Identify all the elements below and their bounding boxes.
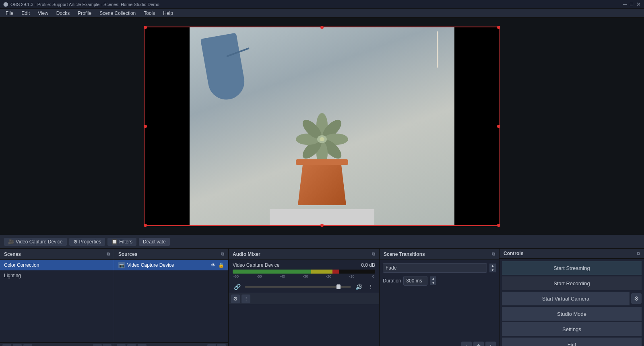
menu-help[interactable]: Help — [159, 10, 177, 17]
transitions-type-down[interactable]: ▼ — [489, 268, 496, 272]
title-text: ⬤ OBS 29.1.3 - Profile: Support Article … — [3, 2, 159, 7]
duration-up[interactable]: ▲ — [430, 276, 436, 281]
handle-bottom-center[interactable] — [320, 224, 324, 227]
filters-button[interactable]: 🔲 Filters — [107, 238, 136, 246]
plant-container — [286, 107, 358, 209]
sources-add-button[interactable]: + — [117, 344, 126, 346]
transitions-body: Fade Cut Swipe Slide ▲ ▼ Duration ▲ ▼ — [380, 260, 499, 289]
menu-edit[interactable]: Edit — [17, 10, 34, 17]
audio-track-1-db: 0.0 dB — [361, 262, 375, 268]
transitions-delete-button[interactable]: 🗑 — [473, 342, 484, 346]
scenes-list: Color Correction Lighting — [0, 260, 114, 342]
settings-button[interactable]: Settings — [502, 322, 642, 336]
controls-maximize-icon[interactable]: ⧉ — [637, 251, 640, 256]
transitions-more-button[interactable]: ⋮ — [485, 342, 496, 346]
scenes-delete-button[interactable]: 🗑 — [13, 344, 22, 346]
meter-labels: -60-50-40-30-20-100 — [233, 274, 375, 278]
scenes-add-button[interactable]: + — [2, 344, 11, 346]
handle-top-left[interactable] — [144, 26, 147, 29]
transitions-type-select[interactable]: Fade Cut Swipe Slide — [383, 263, 487, 273]
handle-bottom-right[interactable] — [497, 224, 500, 227]
source-lock-icon[interactable]: 🔒 — [218, 262, 224, 268]
transitions-add-button[interactable]: + — [461, 342, 472, 346]
transitions-panel-header: Scene Transitions ⧉ — [380, 249, 499, 260]
scenes-up-button[interactable]: ▲ — [93, 344, 102, 346]
scene-item-color-correction[interactable]: Color Correction — [0, 260, 114, 270]
audio-meter-1-fill — [233, 270, 375, 274]
transitions-panel: Scene Transitions ⧉ Fade Cut Swipe Slide… — [380, 249, 500, 346]
meter-yellow-section — [311, 270, 332, 274]
source-camera-icon: 📷 — [118, 262, 125, 268]
menu-tools[interactable]: Tools — [140, 10, 159, 17]
exit-button[interactable]: Exit — [502, 338, 642, 346]
sources-delete-button[interactable]: 🗑 — [127, 344, 136, 346]
menu-scene-collection[interactable]: Scene Collection — [95, 10, 140, 17]
menu-file[interactable]: File — [2, 10, 17, 17]
audio-mute-icon[interactable]: 🔊 — [354, 282, 363, 291]
audio-track-1: Video Capture Device 0.0 dB -60-50-40-30… — [229, 260, 379, 281]
duration-label: Duration — [383, 278, 401, 284]
scenes-panel: Scenes ⧉ Color Correction Lighting + 🗑 ⚙… — [0, 249, 114, 346]
handle-top-right[interactable] — [497, 26, 500, 29]
toolbar: 🎥 Video Capture Device ⚙ Properties 🔲 Fi… — [0, 235, 644, 249]
shelf — [270, 209, 374, 225]
duration-arrows[interactable]: ▲ ▼ — [430, 276, 436, 285]
controls-body: Start Streaming Start Recording Start Vi… — [500, 259, 644, 346]
sources-down-button[interactable]: ▼ — [217, 344, 226, 346]
audio-controls-1: 🔗 🔊 ⋮ — [229, 281, 379, 293]
start-recording-button[interactable]: Start Recording — [502, 276, 642, 290]
preview-canvas[interactable] — [144, 27, 500, 226]
obs-icon: ⬤ — [3, 2, 8, 7]
studio-mode-button[interactable]: Studio Mode — [502, 307, 642, 321]
window-controls[interactable]: ─ □ ✕ — [623, 1, 641, 7]
audio-maximize-icon[interactable]: ⧉ — [372, 251, 375, 257]
controls-panel: Controls ⧉ Start Streaming Start Recordi… — [500, 249, 644, 346]
audio-volume-slider[interactable] — [245, 286, 351, 288]
handle-middle-right[interactable] — [497, 125, 500, 128]
deactivate-button[interactable]: Deactivate — [139, 238, 170, 246]
transitions-type-arrows[interactable]: ▲ ▼ — [489, 264, 496, 272]
transitions-title: Scene Transitions — [384, 251, 425, 257]
meter-green-section — [233, 270, 311, 274]
sources-up-button[interactable]: ▲ — [207, 344, 216, 346]
scenes-maximize-icon[interactable]: ⧉ — [107, 251, 110, 257]
scenes-panel-header: Scenes ⧉ — [0, 249, 114, 260]
scenes-settings-button[interactable]: ⚙ — [23, 344, 32, 346]
sources-settings-button[interactable]: ⚙ — [138, 344, 147, 346]
title-bar: ⬤ OBS 29.1.3 - Profile: Support Article … — [0, 0, 644, 9]
menu-view[interactable]: View — [34, 10, 52, 17]
source-visibility-icon[interactable]: 👁 — [211, 262, 216, 268]
audio-footer: ⚙ ⋮ — [229, 293, 379, 304]
duration-input[interactable] — [403, 276, 427, 286]
sources-panel-header: Sources ⧉ — [114, 249, 228, 260]
handle-bottom-left[interactable] — [144, 224, 147, 227]
properties-button[interactable]: ⚙ Properties — [69, 238, 105, 246]
start-virtual-camera-button[interactable]: Start Virtual Camera — [502, 292, 630, 305]
sources-maximize-icon[interactable]: ⧉ — [221, 251, 224, 257]
audio-link-icon[interactable]: 🔗 — [233, 282, 242, 291]
pot-rim — [296, 159, 348, 165]
virtual-camera-settings-icon[interactable]: ⚙ — [631, 293, 642, 304]
handle-top-center[interactable] — [320, 26, 324, 29]
audio-more-button[interactable]: ⋮ — [242, 295, 250, 303]
audio-settings-button[interactable]: ⚙ — [231, 295, 240, 303]
transitions-select-row: Fade Cut Swipe Slide ▲ ▼ — [383, 263, 496, 273]
filters-icon: 🔲 — [111, 239, 118, 245]
duration-down[interactable]: ▼ — [430, 281, 436, 285]
menu-docks[interactable]: Docks — [52, 10, 74, 17]
close-button[interactable]: ✕ — [636, 1, 641, 7]
audio-more-icon[interactable]: ⋮ — [366, 282, 375, 291]
menu-profile[interactable]: Profile — [74, 10, 95, 17]
handle-middle-left[interactable] — [144, 125, 147, 128]
transitions-maximize-icon[interactable]: ⧉ — [492, 251, 495, 257]
source-item-video-capture[interactable]: 📷 Video Capture Device 👁 🔒 — [114, 260, 228, 270]
start-streaming-button[interactable]: Start Streaming — [502, 261, 642, 275]
maximize-button[interactable]: □ — [630, 1, 633, 7]
transitions-type-up[interactable]: ▲ — [489, 264, 496, 268]
properties-icon: ⚙ — [73, 239, 78, 245]
scenes-down-button[interactable]: ▼ — [103, 344, 111, 346]
audio-title: Audio Mixer — [233, 251, 260, 257]
scene-item-lighting[interactable]: Lighting — [0, 270, 114, 281]
minimize-button[interactable]: ─ — [623, 1, 627, 7]
audio-track-1-header: Video Capture Device 0.0 dB — [233, 262, 375, 268]
